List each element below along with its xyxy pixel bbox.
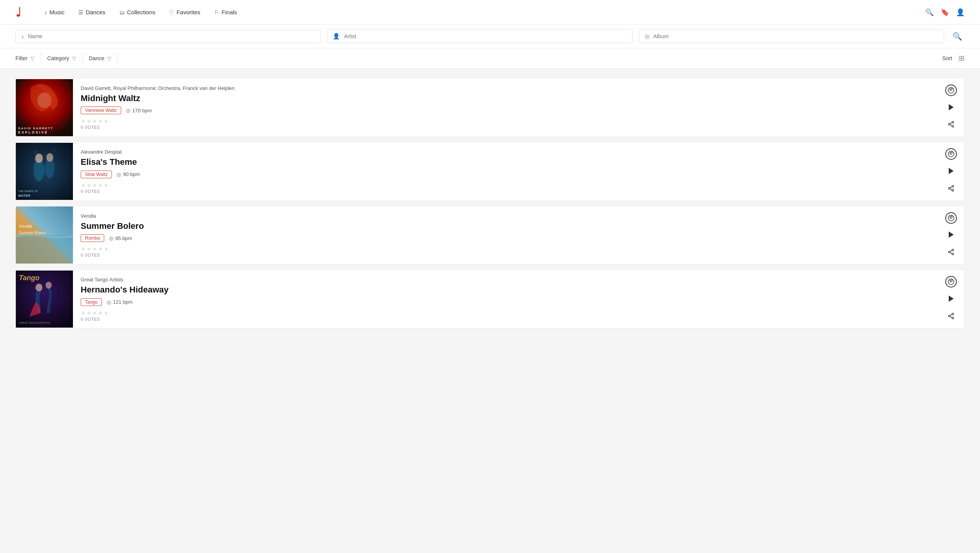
bpm-icon: ◎ (126, 107, 130, 113)
collections-icon: 🗂 (119, 9, 125, 15)
share-button[interactable] (945, 246, 957, 258)
star-4[interactable]: ★ (98, 182, 103, 188)
star-5[interactable]: ★ (104, 246, 109, 252)
artist-search-field: 👤 (327, 29, 632, 43)
share-button[interactable] (945, 310, 957, 322)
name-field-icon: ♪ (21, 33, 24, 40)
star-1[interactable]: ★ (81, 246, 86, 252)
bpm-value: 121 bpm (113, 299, 133, 305)
star-3[interactable]: ★ (92, 182, 97, 188)
star-5[interactable]: ★ (104, 182, 109, 188)
svg-text:EXPLOSIVE: EXPLOSIVE (18, 130, 48, 134)
svg-line-36 (950, 252, 952, 254)
song-meta: Slow Waltz ◎ 90 bpm (81, 171, 930, 178)
sort-filter[interactable]: Sort (936, 52, 959, 64)
star-4[interactable]: ★ (98, 310, 103, 316)
svg-point-14 (35, 154, 43, 163)
category-filter[interactable]: Category ▽ (41, 52, 83, 64)
svg-line-25 (950, 189, 952, 190)
name-input[interactable] (28, 33, 315, 39)
song-meta: Viennese Waltz ◎ 170 bpm (81, 107, 930, 114)
nav-music[interactable]: ♪ Music (44, 7, 64, 17)
star-3[interactable]: ★ (92, 118, 97, 124)
star-3[interactable]: ★ (92, 246, 97, 252)
nav-finals[interactable]: ⚐ Finals (214, 7, 237, 17)
dance-badge[interactable]: Slow Waltz (81, 171, 112, 178)
svg-point-47 (952, 317, 954, 319)
dance-badge[interactable]: Rumba (81, 234, 104, 242)
youtube-button[interactable] (945, 101, 957, 113)
header-user-icon[interactable]: 👤 (956, 8, 965, 17)
star-3[interactable]: ★ (92, 310, 97, 316)
svg-point-45 (952, 313, 954, 315)
header-bookmark-icon[interactable]: 🔖 (941, 8, 949, 17)
song-info-summer-bolero: Vendla Summer Bolero Rumba ◎ 95 bpm ★ ★ … (73, 206, 938, 264)
star-4[interactable]: ★ (98, 118, 103, 124)
star-rating[interactable]: ★ ★ ★ ★ ★ (81, 118, 930, 124)
svg-point-22 (952, 185, 954, 187)
album-input[interactable] (653, 33, 938, 39)
nav-dances-label: Dances (86, 9, 105, 15)
nav-collections[interactable]: 🗂 Collections (119, 7, 155, 17)
song-list: DAVID GARRETT EXPLOSIVE David Garrett, R… (0, 69, 980, 338)
svg-point-46 (948, 315, 950, 317)
svg-marker-44 (949, 296, 953, 301)
header-search-icon[interactable]: 🔍 (925, 8, 934, 17)
category-label: Category (47, 55, 69, 61)
song-actions (938, 270, 964, 328)
star-2[interactable]: ★ (86, 182, 91, 188)
star-5[interactable]: ★ (104, 310, 109, 316)
svg-point-34 (948, 251, 950, 253)
svg-line-37 (950, 250, 952, 252)
dance-filter[interactable]: Dance ▽ (83, 52, 118, 64)
youtube-button[interactable] (945, 165, 957, 177)
youtube-button[interactable] (945, 293, 957, 305)
artist-field-icon: 👤 (333, 33, 340, 40)
song-actions (938, 206, 964, 264)
nav-dances[interactable]: ☰ Dances (78, 7, 105, 17)
search-bar: ♪ 👤 ◎ 🔍 (0, 25, 980, 48)
star-2[interactable]: ★ (86, 118, 91, 124)
svg-line-10 (950, 123, 952, 124)
song-info-elisas-theme: Alexandre Desplat Elisa's Theme Slow Wal… (73, 142, 938, 200)
song-title: Midnight Waltz (81, 93, 930, 103)
star-1[interactable]: ★ (81, 310, 86, 316)
svg-text:WATER: WATER (18, 194, 30, 198)
song-info-midnight-waltz: David Garrett, Royal Philharmonic Orches… (73, 78, 938, 137)
nav-favorites[interactable]: ♡ Favorites (169, 7, 200, 17)
votes-count: 0 VOTES (81, 125, 930, 130)
star-5[interactable]: ★ (104, 118, 109, 124)
star-rating[interactable]: ★ ★ ★ ★ ★ (81, 246, 930, 252)
album-search-field: ◎ (639, 29, 944, 43)
svg-line-26 (950, 187, 952, 188)
star-1[interactable]: ★ (81, 182, 86, 188)
star-2[interactable]: ★ (86, 310, 91, 316)
artist-input[interactable] (344, 33, 626, 39)
album-art-summerbolero: Vendla Summer Bolero (16, 206, 73, 264)
youtube-button[interactable] (945, 228, 957, 241)
votes-count: 0 VOTES (81, 317, 930, 321)
svg-point-8 (952, 125, 954, 127)
spotify-button[interactable] (945, 212, 957, 224)
spotify-button[interactable] (945, 276, 957, 287)
star-1[interactable]: ★ (81, 118, 86, 124)
star-rating[interactable]: ★ ★ ★ ★ ★ (81, 182, 930, 188)
logo[interactable]: ♩ (15, 5, 21, 20)
share-button[interactable] (945, 182, 957, 194)
star-4[interactable]: ★ (98, 246, 103, 252)
share-button[interactable] (945, 118, 957, 130)
dance-badge[interactable]: Tango (81, 298, 102, 306)
filter-button[interactable]: Filter ▽ (15, 52, 41, 64)
dance-badge[interactable]: Viennese Waltz (81, 107, 121, 114)
star-rating[interactable]: ★ ★ ★ ★ ★ (81, 310, 930, 316)
svg-point-6 (952, 122, 954, 123)
svg-marker-5 (949, 105, 953, 110)
header: ♩ ♪ Music ☰ Dances 🗂 Collections ♡ Favor… (0, 0, 980, 25)
search-button[interactable]: 🔍 (950, 29, 965, 43)
nav-collections-label: Collections (127, 9, 155, 15)
spotify-button[interactable] (945, 148, 957, 160)
spotify-button[interactable] (945, 85, 957, 96)
star-2[interactable]: ★ (86, 246, 91, 252)
grid-view-icon[interactable]: ⊞ (959, 54, 965, 63)
filters-bar: Filter ▽ Category ▽ Dance ▽ Sort ⊞ (0, 48, 980, 69)
